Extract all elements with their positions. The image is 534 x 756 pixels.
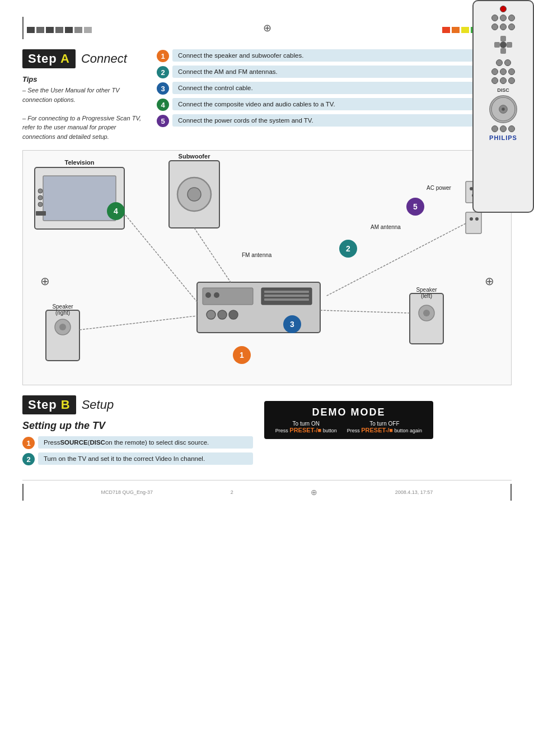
turn-off-label: To turn OFF [369,421,399,427]
svg-point-44 [59,324,66,330]
remote-btn-8 [504,59,511,66]
step-b-item-1: 1 Press SOURCE (DISC on the remote) to s… [22,436,253,449]
remote-btn-10 [500,68,507,75]
footer-date: 2008.4.13, 17:57 [395,489,433,495]
setting-up-title: Setting up the TV [22,420,253,432]
top-center-crosshair: ⊕ [263,22,271,34]
step-badge-4: 4 [157,99,169,111]
step-badge-2: 2 [157,66,169,78]
step-a-header: Step A Connect [22,49,146,68]
remote-btn-12 [491,77,498,84]
demo-off-section: To turn OFF Press PRESET-/■ button again [347,421,422,433]
step-b-badge-1: 1 [22,437,35,449]
step-desc-2: Connect the AM and FM antennas. [172,66,512,78]
remote-row-4 [491,68,515,75]
svg-point-3 [38,189,43,193]
svg-line-55 [194,228,231,282]
svg-point-5 [38,202,43,207]
step-b-letter: B [61,398,71,412]
footer-file: MCD718 QUG_Eng-37 [101,489,153,495]
svg-text:3: 3 [290,320,294,329]
svg-rect-31 [264,295,309,297]
svg-text:Television: Television [65,159,95,166]
remote-row-3 [496,59,511,66]
step-a-letter: A [60,52,70,66]
left-column: Step A Connect Tips – See the User Manua… [22,49,146,141]
svg-text:Speaker: Speaker [52,304,73,310]
remote-btn-7 [496,59,503,66]
demo-on-section: To turn ON Press PRESET-/■ button [275,421,337,433]
step-item-4: 4 Connect the composite video and audio … [157,98,512,111]
demo-mode-title: DEMO MODE [275,407,422,418]
svg-point-66 [502,108,505,111]
svg-rect-19 [466,212,481,234]
svg-rect-59 [500,36,506,41]
turn-on-label: To turn ON [293,421,320,427]
step-b-steps: 1 Press SOURCE (DISC on the remote) to s… [22,436,253,465]
step-item-2: 2 Connect the AM and FM antennas. [157,66,512,78]
step-a-section: Step A Connect Tips – See the User Manua… [22,49,512,141]
step-b-item-2: 2 Turn on the TV and set it to the corre… [22,452,253,465]
svg-line-58 [326,223,466,296]
remote-btn-9 [491,68,498,75]
svg-point-20 [470,217,473,221]
svg-rect-32 [264,298,309,301]
footer-bar: MCD718 QUG_Eng-37 2 ⊕ 2008.4.13, 17:57 [22,480,512,501]
svg-rect-61 [494,42,500,48]
remote-btn-3 [508,15,515,21]
step-b-left: Step B Setup Setting up the TV 1 Press S… [22,395,253,469]
svg-rect-30 [264,291,309,293]
svg-text:(left): (left) [421,293,432,299]
demo-mode-box: DEMO MODE To turn ON Press PRESET-/■ but… [264,401,433,439]
svg-text:AM antenna: AM antenna [371,224,401,230]
svg-text:1: 1 [240,351,244,360]
step-b-desc-2: Turn on the TV and set it to the correct… [38,452,253,465]
svg-text:⊕: ⊕ [40,275,50,287]
tips-title: Tips [22,75,146,83]
svg-point-34 [218,310,227,319]
svg-point-35 [229,310,238,319]
remote-control: DISC PHILIPS [472,0,534,213]
remote-dpad [493,35,513,55]
svg-point-49 [423,310,430,316]
footer-page: 2 [231,489,233,495]
remote-btn-6 [508,24,515,30]
remote-row-1 [491,15,515,21]
svg-line-57 [320,310,410,313]
svg-text:⊕: ⊕ [485,275,494,287]
svg-point-37 [214,292,219,298]
tips-text: – See the User Manual for other TV conne… [22,86,146,141]
remote-row-6 [491,125,515,132]
remote-row-5 [491,77,515,84]
svg-point-4 [38,195,43,200]
step-b-header: Step B Setup [22,395,253,414]
svg-text:Subwoofer: Subwoofer [179,153,211,160]
svg-text:2: 2 [346,244,350,253]
off-instruction: Press PRESET-/■ button again [347,427,422,433]
philips-label: PHILIPS [489,134,517,141]
bar-segs-left [27,24,92,33]
remote-btn-4 [491,24,498,30]
remote-btn-15 [491,125,498,132]
disc-label: DISC [497,87,509,93]
remote-btn-1 [491,15,498,21]
step-items-list: 1 Connect the speaker and subwoofer cabl… [157,49,512,127]
svg-text:Speaker: Speaker [416,287,437,293]
svg-rect-1 [43,176,116,221]
svg-rect-60 [500,48,506,54]
remote-btn-power [500,6,507,12]
step-desc-1: Connect the speaker and subwoofer cables… [172,49,512,62]
footer-line-right [510,484,512,501]
svg-point-63 [500,41,507,48]
svg-text:5: 5 [413,202,418,211]
remote-top-buttons [500,6,507,12]
footer-line-left [22,484,24,501]
step-desc-3: Connect the control cable. [172,82,512,94]
svg-text:4: 4 [114,207,118,216]
tip-1: – See the User Manual for other TV conne… [22,87,120,103]
demo-mode-inner: To turn ON Press PRESET-/■ button To tur… [275,421,422,433]
svg-text:FM antenna: FM antenna [242,252,272,258]
svg-line-56 [79,316,197,330]
svg-rect-6 [36,211,46,216]
step-desc-5: Connect the power cords of the system an… [172,114,512,127]
